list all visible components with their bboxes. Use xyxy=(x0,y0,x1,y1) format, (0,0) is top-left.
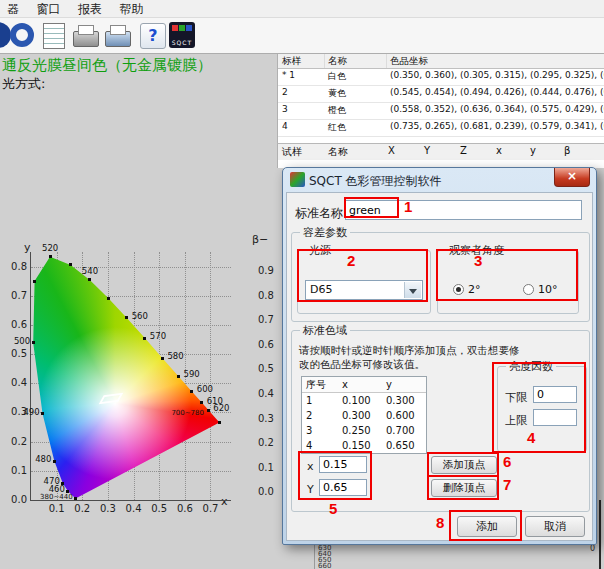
x-tick-label: 0.5 xyxy=(150,503,168,514)
add-vertex-button[interactable]: 添加顶点 xyxy=(431,456,497,474)
table-row[interactable]: 2 黄色 (0.545, 0.454), (0.494, 0.426), (0.… xyxy=(278,86,604,103)
fragment-vertical-line xyxy=(599,500,601,569)
dialog-sqct: SQCT 色彩管理控制软件 × 标准名称: 容差参数 光源 D65 观察者角度 … xyxy=(282,167,597,545)
beta-tick-label: 0.3 xyxy=(258,413,274,424)
dialog-title: SQCT 色彩管理控制软件 xyxy=(309,173,442,190)
page-subtitle: 光方式: xyxy=(2,75,45,93)
report-notepad-icon[interactable] xyxy=(40,21,68,49)
locus-marker xyxy=(69,263,72,266)
locus-marker xyxy=(32,341,35,344)
vertex-row[interactable]: 20.3000.600 xyxy=(302,408,426,423)
menu-item-instrument[interactable]: 器 xyxy=(0,0,26,19)
beta-tick-label: 0.5 xyxy=(258,363,274,374)
table-row[interactable]: * 1 白色 (0.350, 0.360), (0.305, 0.315), (… xyxy=(278,69,604,86)
fragment-zero: 0 xyxy=(590,546,595,553)
grid-line xyxy=(210,252,211,500)
print-export-icon[interactable] xyxy=(104,21,132,49)
locus-label: 500 xyxy=(14,337,30,346)
observer-group: 观察者角度 xyxy=(437,250,579,314)
menu-item-report[interactable]: 报表 xyxy=(71,0,109,19)
beta-tick-label: 0.1 xyxy=(258,462,274,473)
y-tick-label: 0.8 xyxy=(5,261,27,272)
locus-marker xyxy=(177,375,180,378)
beta-tick-label: 0.8 xyxy=(258,290,274,301)
beta-axis-label: β− xyxy=(252,233,268,246)
menu-item-help[interactable]: 帮助 xyxy=(113,0,151,19)
locus-marker xyxy=(41,412,44,415)
light-source-value: D65 xyxy=(310,283,332,296)
x-coord-label: x xyxy=(307,460,314,473)
printer-icon[interactable] xyxy=(72,21,100,49)
locus-marker xyxy=(53,460,56,463)
locus-marker xyxy=(88,278,91,281)
vertex-table[interactable]: 序号xy 10.1000.300 20.3000.600 30.2500.700… xyxy=(301,376,427,454)
locus-label: 580 xyxy=(167,352,183,361)
col-standard: 标样 xyxy=(282,55,301,68)
close-button[interactable]: × xyxy=(554,168,590,187)
instruction-line2: 改的色品坐标可修改该值。 xyxy=(299,358,425,372)
locus-marker xyxy=(74,497,77,500)
y-tick-label: 0.2 xyxy=(5,436,27,447)
chevron-down-icon[interactable] xyxy=(404,282,421,298)
locus-marker xyxy=(125,316,128,319)
cancel-button[interactable]: 取消 xyxy=(525,516,585,537)
x-tick-label: 0.4 xyxy=(125,503,143,514)
vertex-row[interactable]: 30.2500.700 xyxy=(302,423,426,438)
locus-marker xyxy=(66,490,69,493)
locus-marker xyxy=(218,421,221,424)
x-tick-label: 0.1 xyxy=(48,503,66,514)
beta-tick-label: 0.2 xyxy=(258,437,274,448)
upper-limit-input[interactable] xyxy=(533,409,577,426)
help-icon[interactable]: ? xyxy=(138,21,166,49)
y-tick-label: 0.6 xyxy=(5,319,27,330)
vertex-row[interactable]: 40.1500.650 xyxy=(302,438,426,453)
beta-tick-label: 0.0 xyxy=(258,486,274,497)
observer-2deg-radio[interactable]: 2° xyxy=(453,283,481,296)
x-tick-label: 0.6 xyxy=(176,503,194,514)
vertex-table-header: 序号xy xyxy=(302,377,426,393)
locus-marker xyxy=(33,280,36,283)
x-coord-input[interactable] xyxy=(319,456,367,473)
light-source-dropdown[interactable]: D65 xyxy=(305,280,423,300)
standard-name-input[interactable] xyxy=(345,200,582,220)
table-row[interactable]: 4 红色 (0.735, 0.265), (0.681, 0.239), (0.… xyxy=(278,120,604,137)
locus-marker xyxy=(61,482,64,485)
locus-label: 540 xyxy=(82,267,98,276)
samples-table-header: 试样 名称 X Y Z x y β xyxy=(277,143,604,161)
standards-table-header: 标样 名称 色品坐标 xyxy=(278,54,604,69)
help-glyph: ? xyxy=(140,23,166,49)
locus-marker xyxy=(49,255,52,258)
locus-label: 490 xyxy=(23,408,39,417)
chromaticity-plot: 0.10.20.30.40.50.60.70.80.70.60.50.40.30… xyxy=(30,252,231,501)
circle-tool-icon[interactable] xyxy=(8,21,36,49)
lower-limit-input[interactable] xyxy=(533,386,577,403)
observer-10deg-radio[interactable]: 10° xyxy=(523,283,558,296)
table-row[interactable]: 3 橙色 (0.558, 0.352), (0.636, 0.364), (0.… xyxy=(278,103,604,120)
locus-label: 480 xyxy=(35,455,51,464)
cie-gamut-horseshoe xyxy=(31,252,231,500)
add-button[interactable]: 添加 xyxy=(457,516,517,537)
locus-marker xyxy=(190,390,193,393)
locus-marker xyxy=(161,357,164,360)
col-name: 名称 xyxy=(328,55,347,68)
sqct-logo-text: SQCT xyxy=(169,39,195,46)
locus-marker xyxy=(107,297,110,300)
menu-item-window[interactable]: 窗口 xyxy=(30,0,68,19)
page-title: 通反光膜昼间色（无金属镀膜） xyxy=(2,56,212,75)
vertex-row[interactable]: 10.1000.300 xyxy=(302,393,426,408)
locus-label: 470 xyxy=(44,477,60,486)
y-tick-label: 0.0 xyxy=(5,494,27,505)
locus-label: 570 xyxy=(150,332,166,341)
y-tick-label: 0.1 xyxy=(5,465,27,476)
y-coord-input[interactable] xyxy=(319,479,367,496)
delete-vertex-button[interactable]: 删除顶点 xyxy=(431,479,497,497)
x-tick-label: 0.2 xyxy=(73,503,91,514)
standard-name-label: 标准名称: xyxy=(295,205,347,222)
beta-tick-label: 0.7 xyxy=(258,314,274,325)
lower-limit-label: 下限 xyxy=(505,390,527,405)
x-tick-label: 0.7 xyxy=(201,503,219,514)
beta-axis: β− 0.90.80.70.60.50.40.30.20.10.0 xyxy=(248,233,282,503)
sqct-logo-icon[interactable]: SQCT xyxy=(168,21,196,49)
instruction-line1: 请按顺时针或逆时针顺序添加顶点，双击想要修 xyxy=(299,344,520,358)
locus-label: 600 xyxy=(197,385,213,394)
